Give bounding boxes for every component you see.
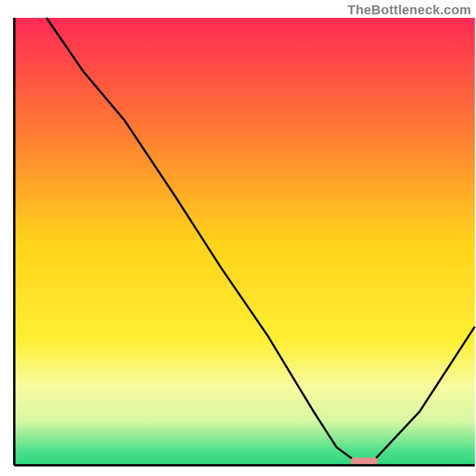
gradient-background — [14, 18, 475, 465]
optimal-marker — [350, 458, 378, 464]
plot-canvas — [0, 0, 476, 476]
bottleneck-chart: TheBottleneck.com — [0, 0, 476, 476]
